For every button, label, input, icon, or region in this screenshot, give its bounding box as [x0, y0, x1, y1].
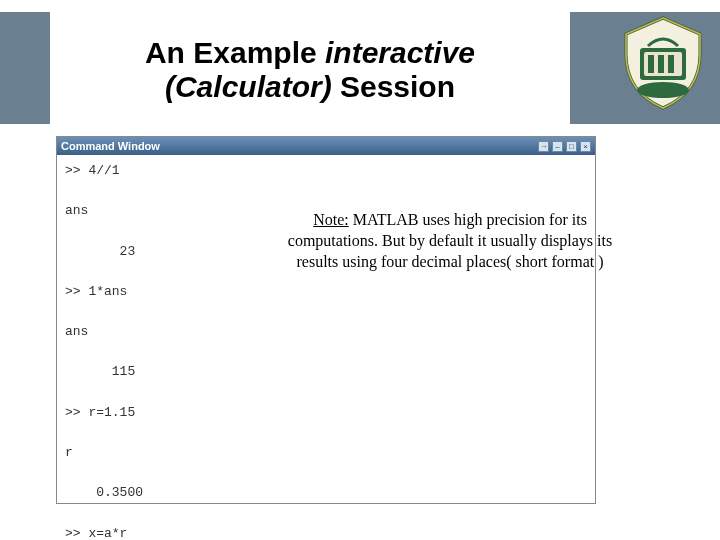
- minimize-icon[interactable]: –: [552, 141, 563, 152]
- note-text: Note: MATLAB uses high precision for its…: [280, 210, 620, 272]
- maximize-icon[interactable]: □: [566, 141, 577, 152]
- svg-rect-3: [658, 55, 664, 73]
- command-window-titlebar: Command Window → – □ ×: [57, 137, 595, 155]
- university-logo: [618, 14, 708, 112]
- window-controls: → – □ ×: [538, 141, 591, 152]
- title-pre: An Example: [145, 36, 325, 69]
- dock-icon[interactable]: →: [538, 141, 549, 152]
- command-window: Command Window → – □ × >> 4//1 ans 23 >>…: [56, 136, 596, 504]
- close-icon[interactable]: ×: [580, 141, 591, 152]
- slide: An Example interactive (Calculator) Sess…: [0, 0, 720, 540]
- command-window-title: Command Window: [61, 140, 160, 152]
- svg-point-5: [637, 82, 689, 98]
- svg-rect-2: [648, 55, 654, 73]
- note-underline: Note:: [313, 211, 349, 228]
- title-post: Session: [332, 70, 455, 103]
- slide-title: An Example interactive (Calculator) Sess…: [70, 36, 550, 105]
- svg-rect-4: [668, 55, 674, 73]
- title-box: An Example interactive (Calculator) Sess…: [50, 10, 570, 130]
